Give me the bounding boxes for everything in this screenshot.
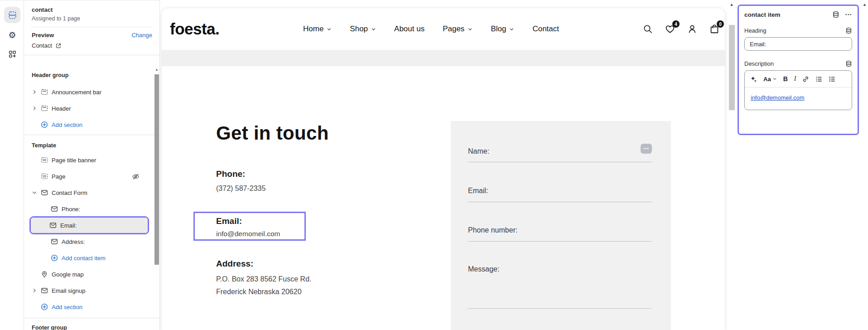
item-label: Announcement bar [52, 89, 101, 96]
preview-scroll-up-arrow[interactable]: ▲ [728, 2, 735, 7]
wishlist-count-badge: 4 [672, 20, 680, 28]
selected-email-block-outline[interactable]: Email: info@demomeil.com [193, 212, 306, 241]
form-message-label: Message: [468, 265, 499, 273]
nav-label: Home [303, 24, 323, 34]
nav-item-pages[interactable]: Pages [443, 24, 473, 34]
chevron-right-icon[interactable] [31, 89, 38, 95]
window-scroll-up-arrow[interactable]: ▲ [863, 2, 867, 7]
phone-input-underline[interactable] [468, 241, 651, 242]
sidebar-item-google-map[interactable]: Google map [24, 267, 159, 281]
name-input-underline[interactable] [468, 162, 651, 162]
header-group-label: Header group [24, 68, 159, 82]
account-icon[interactable] [687, 24, 697, 34]
template-name: contact [32, 6, 152, 13]
bold-button[interactable]: B [783, 75, 788, 82]
sections-sidebar: contact Assigned to 1 page Preview Chang… [24, 0, 160, 330]
sidebar-item-contact-form[interactable]: Contact Form [24, 185, 159, 200]
address-line1: P.O. Box 283 8562 Fusce Rd. [216, 275, 312, 283]
nav-item-home[interactable]: Home [303, 24, 332, 34]
wishlist-heart-icon[interactable]: 4 [665, 24, 675, 34]
footer-group-label: Footer group [24, 320, 159, 330]
envelope-icon [51, 238, 58, 245]
preview-scrollbar-thumb[interactable] [729, 25, 735, 110]
app-block-handle-button[interactable]: ••• [641, 144, 652, 154]
preview-label: Preview [32, 32, 54, 39]
sidebar-item-page[interactable]: Page [24, 169, 159, 184]
email-label: Email: [216, 216, 242, 226]
site-logo[interactable]: foesta. [170, 20, 219, 38]
apps-grid-icon [9, 50, 16, 58]
section-banner-icon [41, 173, 48, 180]
nav-label: Contact [532, 24, 559, 34]
external-link-icon[interactable] [55, 43, 62, 49]
description-link[interactable]: info@demomeil.com [751, 94, 805, 101]
heading-input[interactable] [744, 37, 852, 51]
selected-item-outline: Email: [29, 216, 149, 234]
envelope-icon [51, 205, 58, 213]
change-link[interactable]: Change [131, 32, 152, 39]
sections-tab-button[interactable] [4, 7, 20, 23]
nav-label: About us [394, 24, 424, 34]
phone-label: Phone: [216, 169, 245, 179]
add-section-button-top[interactable]: Add section [24, 117, 159, 132]
description-setting-label: Description [744, 60, 774, 67]
sidebar-item-phone[interactable]: Phone: [24, 202, 159, 216]
dynamic-source-icon[interactable] [845, 60, 852, 67]
sidebar-item-email-signup[interactable]: Email signup [24, 283, 159, 298]
chevron-right-icon[interactable] [31, 287, 38, 294]
add-section-label: Add section [52, 121, 82, 128]
plus-circle-icon [41, 303, 48, 311]
sidebar-item-announcement-bar[interactable]: Announcement bar [24, 85, 159, 99]
item-label: Page title banner [52, 157, 96, 164]
header-icons: 4 0 [643, 8, 719, 50]
sidebar-scroll-up-arrow[interactable]: ▲ [154, 68, 159, 72]
site-nav: Home Shop About us Pages Blog Contact [303, 8, 559, 50]
chevron-down-icon[interactable] [31, 189, 38, 196]
dynamic-source-icon[interactable] [845, 27, 852, 34]
rte-content[interactable]: info@demomeil.com [745, 87, 852, 107]
gear-icon: ⚙ [8, 31, 16, 39]
add-section-button-bottom[interactable]: Add section [24, 300, 159, 314]
overflow-menu-icon[interactable]: ⋯ [845, 10, 852, 19]
app-embeds-button[interactable] [4, 46, 20, 62]
theme-settings-button[interactable]: ⚙ [4, 27, 20, 43]
chevron-down-icon [772, 77, 777, 81]
text-style-dropdown[interactable]: Aa [763, 76, 777, 82]
search-icon[interactable] [643, 24, 653, 34]
nav-item-contact[interactable]: Contact [532, 24, 559, 34]
sidebar-item-page-title-banner[interactable]: Page title banner [24, 153, 159, 167]
sidebar-scrollbar-thumb[interactable] [154, 74, 159, 265]
chevron-down-icon [509, 27, 514, 32]
sidebar-item-address[interactable]: Address: [24, 234, 159, 249]
italic-button[interactable]: I [794, 75, 796, 82]
item-label: Email: [60, 222, 77, 229]
message-input-underline[interactable] [468, 308, 651, 309]
sidebar-item-header[interactable]: Header [24, 101, 159, 116]
heading-setting-label: Heading [744, 27, 766, 34]
sidebar-item-email-selected[interactable]: Email: [31, 218, 148, 233]
section-banner-icon [41, 156, 48, 164]
chevron-right-icon[interactable] [31, 105, 38, 112]
nav-item-about-us[interactable]: About us [394, 24, 424, 34]
magic-ai-icon[interactable] [750, 76, 757, 82]
nav-item-shop[interactable]: Shop [350, 24, 376, 34]
link-button[interactable] [802, 76, 809, 82]
form-name-label: Name: [468, 147, 489, 155]
add-contact-item-button[interactable]: Add contact item [24, 251, 159, 265]
item-label: Contact Form [52, 189, 87, 196]
eye-slash-icon[interactable] [132, 173, 140, 180]
nav-item-blog[interactable]: Blog [491, 24, 514, 34]
section-icon [41, 88, 48, 96]
phone-value: (372) 587-2335 [216, 184, 265, 193]
envelope-icon [41, 189, 48, 196]
email-input-underline[interactable] [468, 202, 651, 202]
numbered-list-button[interactable] [829, 76, 835, 82]
left-icon-rail: ⚙ [0, 0, 24, 330]
address-label: Address: [216, 259, 253, 269]
page-title-banner-section[interactable] [162, 50, 725, 66]
item-label: Email signup [52, 287, 85, 294]
cart-bag-icon[interactable]: 0 [709, 24, 719, 34]
bulleted-list-button[interactable] [815, 76, 822, 82]
dynamic-source-icon[interactable] [832, 11, 839, 18]
form-email-label: Email: [468, 187, 488, 195]
